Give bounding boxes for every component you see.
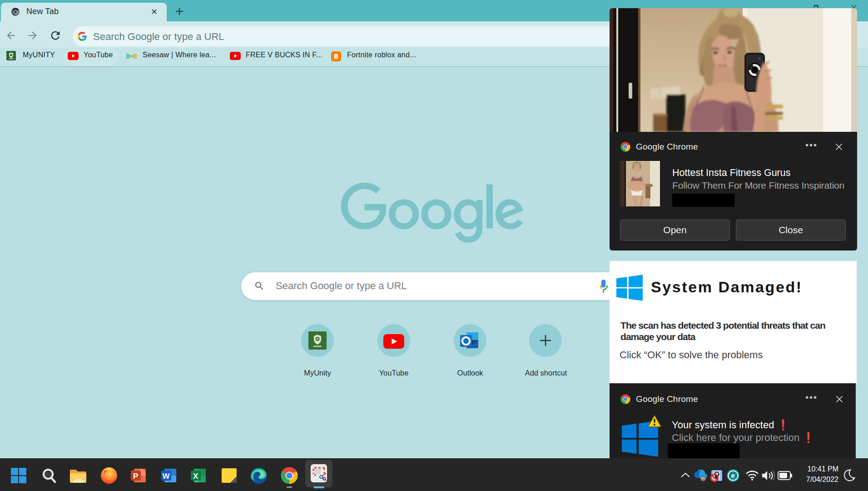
svg-text:X: X [193, 472, 198, 481]
svg-text:W: W [163, 472, 170, 481]
svg-text:e: e [731, 472, 735, 479]
svg-text:P: P [133, 472, 138, 481]
